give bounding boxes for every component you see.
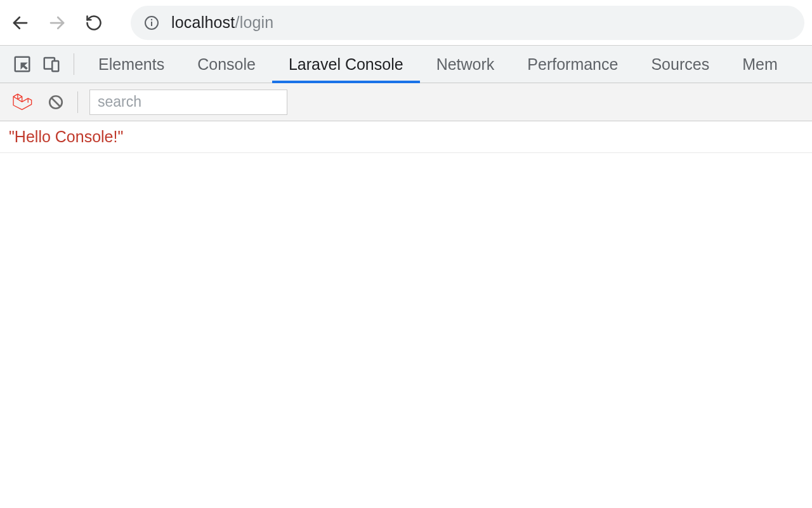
tab-laravel-console[interactable]: Laravel Console xyxy=(272,46,420,83)
arrow-left-icon xyxy=(11,13,30,32)
tab-network[interactable]: Network xyxy=(420,46,511,83)
device-icon xyxy=(42,55,61,74)
arrow-right-icon xyxy=(48,13,67,32)
tab-elements[interactable]: Elements xyxy=(82,46,181,83)
tab-console[interactable]: Console xyxy=(181,46,272,83)
ban-icon xyxy=(48,94,64,110)
devtools-tab-strip: Elements Console Laravel Console Network… xyxy=(0,45,812,83)
svg-line-9 xyxy=(52,98,60,106)
url-host: localhost xyxy=(171,13,235,31)
browser-toolbar: localhost/login xyxy=(0,0,812,45)
tab-sources[interactable]: Sources xyxy=(634,46,726,83)
info-icon xyxy=(144,15,159,30)
tab-memory[interactable]: Mem xyxy=(726,46,794,83)
laravel-console-toolbar xyxy=(0,83,812,121)
laravel-icon xyxy=(11,91,32,113)
svg-point-4 xyxy=(151,18,152,20)
separator xyxy=(74,53,74,75)
url-path: /login xyxy=(235,13,273,31)
console-output: "Hello Console!" xyxy=(0,121,812,153)
forward-button[interactable] xyxy=(44,10,70,36)
console-line: "Hello Console!" xyxy=(0,121,812,153)
device-toolbar-button[interactable] xyxy=(37,50,66,79)
separator xyxy=(77,91,78,113)
search-input[interactable] xyxy=(89,90,287,115)
reload-button[interactable] xyxy=(81,10,107,36)
address-bar[interactable]: localhost/login xyxy=(131,6,804,40)
console-line-text: "Hello Console!" xyxy=(9,128,123,145)
laravel-logo xyxy=(9,90,34,115)
clear-console-button[interactable] xyxy=(43,90,69,115)
inspect-element-button[interactable] xyxy=(8,50,37,79)
tab-performance[interactable]: Performance xyxy=(511,46,634,83)
inspect-icon xyxy=(13,55,32,74)
url-text: localhost/login xyxy=(171,13,273,32)
site-info-button[interactable] xyxy=(143,15,160,31)
reload-icon xyxy=(85,14,103,32)
svg-rect-7 xyxy=(52,61,58,71)
back-button[interactable] xyxy=(8,10,33,36)
